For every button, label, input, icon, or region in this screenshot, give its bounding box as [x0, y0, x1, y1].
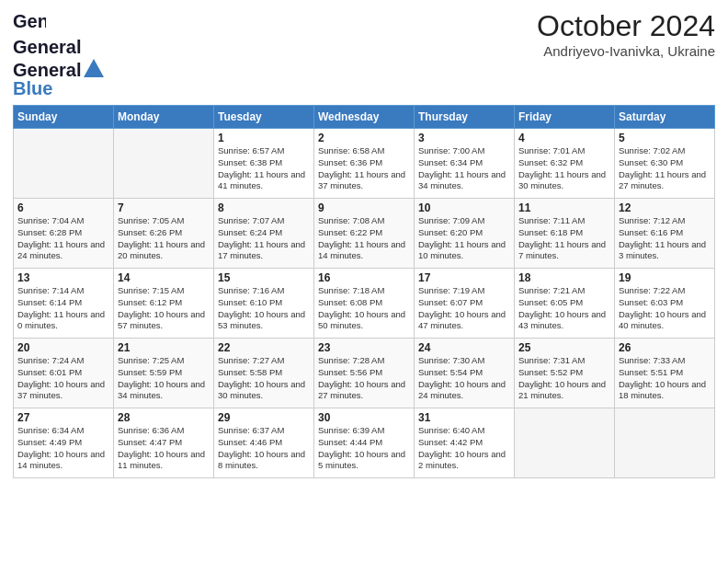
- calendar-cell: 7Sunrise: 7:05 AM Sunset: 6:26 PM Daylig…: [114, 199, 214, 269]
- calendar-cell: 21Sunrise: 7:25 AM Sunset: 5:59 PM Dayli…: [114, 339, 214, 408]
- day-number: 10: [418, 201, 510, 214]
- calendar-cell: 10Sunrise: 7:09 AM Sunset: 6:20 PM Dayli…: [415, 199, 515, 269]
- day-number: 22: [218, 341, 310, 354]
- day-number: 9: [318, 201, 410, 214]
- calendar-cell: 15Sunrise: 7:16 AM Sunset: 6:10 PM Dayli…: [214, 269, 314, 339]
- weekday-header-monday: Monday: [114, 106, 214, 129]
- day-info: Sunrise: 7:02 AM Sunset: 6:30 PM Dayligh…: [619, 145, 711, 192]
- day-number: 18: [518, 271, 610, 284]
- calendar-cell: 1Sunrise: 6:57 AM Sunset: 6:38 PM Daylig…: [214, 129, 314, 199]
- title-block: October 2024 Andriyevo-Ivanivka, Ukraine: [537, 9, 715, 59]
- day-info: Sunrise: 7:25 AM Sunset: 5:59 PM Dayligh…: [118, 355, 210, 402]
- day-info: Sunrise: 6:57 AM Sunset: 6:38 PM Dayligh…: [218, 145, 310, 192]
- day-info: Sunrise: 7:21 AM Sunset: 6:05 PM Dayligh…: [518, 285, 610, 332]
- calendar-week-3: 13Sunrise: 7:14 AM Sunset: 6:14 PM Dayli…: [14, 269, 715, 339]
- calendar-cell: [515, 408, 615, 478]
- calendar-cell: 24Sunrise: 7:30 AM Sunset: 5:54 PM Dayli…: [415, 339, 515, 408]
- calendar-cell: [14, 129, 114, 199]
- page-container: General General General Blue: [0, 0, 728, 488]
- day-info: Sunrise: 6:36 AM Sunset: 4:47 PM Dayligh…: [118, 425, 210, 472]
- calendar-cell: 17Sunrise: 7:19 AM Sunset: 6:07 PM Dayli…: [415, 269, 515, 339]
- location-title: Andriyevo-Ivanivka, Ukraine: [537, 43, 715, 59]
- day-info: Sunrise: 6:34 AM Sunset: 4:49 PM Dayligh…: [17, 425, 109, 472]
- day-number: 6: [17, 201, 109, 214]
- day-number: 23: [318, 341, 410, 354]
- weekday-header-wednesday: Wednesday: [314, 106, 415, 129]
- day-info: Sunrise: 7:18 AM Sunset: 6:08 PM Dayligh…: [318, 285, 410, 332]
- calendar-cell: 31Sunrise: 6:40 AM Sunset: 4:42 PM Dayli…: [415, 408, 515, 478]
- calendar-cell: 26Sunrise: 7:33 AM Sunset: 5:51 PM Dayli…: [615, 339, 715, 408]
- day-number: 21: [118, 341, 210, 354]
- day-number: 26: [619, 341, 711, 354]
- day-info: Sunrise: 7:30 AM Sunset: 5:54 PM Dayligh…: [418, 355, 510, 402]
- month-title: October 2024: [537, 9, 715, 43]
- day-number: 27: [17, 411, 109, 424]
- logo-svg: General: [13, 35, 86, 61]
- calendar-week-5: 27Sunrise: 6:34 AM Sunset: 4:49 PM Dayli…: [14, 408, 715, 478]
- day-number: 24: [418, 341, 510, 354]
- calendar-cell: 25Sunrise: 7:31 AM Sunset: 5:52 PM Dayli…: [515, 339, 615, 408]
- calendar-cell: 16Sunrise: 7:18 AM Sunset: 6:08 PM Dayli…: [314, 269, 415, 339]
- day-number: 13: [17, 271, 109, 284]
- day-number: 19: [619, 271, 711, 284]
- day-number: 30: [318, 411, 410, 424]
- day-info: Sunrise: 7:07 AM Sunset: 6:24 PM Dayligh…: [218, 215, 310, 262]
- day-info: Sunrise: 7:15 AM Sunset: 6:12 PM Dayligh…: [118, 285, 210, 332]
- day-info: Sunrise: 7:31 AM Sunset: 5:52 PM Dayligh…: [518, 355, 610, 402]
- day-number: 20: [17, 341, 109, 354]
- day-info: Sunrise: 7:27 AM Sunset: 5:58 PM Dayligh…: [218, 355, 310, 402]
- svg-text:General: General: [13, 11, 46, 31]
- day-number: 12: [619, 201, 711, 214]
- day-number: 15: [218, 271, 310, 284]
- day-info: Sunrise: 7:09 AM Sunset: 6:20 PM Dayligh…: [418, 215, 510, 262]
- day-number: 29: [218, 411, 310, 424]
- calendar-cell: 14Sunrise: 7:15 AM Sunset: 6:12 PM Dayli…: [114, 269, 214, 339]
- calendar-cell: 9Sunrise: 7:08 AM Sunset: 6:22 PM Daylig…: [314, 199, 415, 269]
- svg-marker-2: [84, 59, 104, 77]
- calendar-cell: 11Sunrise: 7:11 AM Sunset: 6:18 PM Dayli…: [515, 199, 615, 269]
- day-number: 17: [418, 271, 510, 284]
- calendar-cell: 6Sunrise: 7:04 AM Sunset: 6:28 PM Daylig…: [14, 199, 114, 269]
- calendar-cell: 12Sunrise: 7:12 AM Sunset: 6:16 PM Dayli…: [615, 199, 715, 269]
- day-info: Sunrise: 7:00 AM Sunset: 6:34 PM Dayligh…: [418, 145, 510, 192]
- day-number: 3: [418, 132, 510, 144]
- calendar-cell: 18Sunrise: 7:21 AM Sunset: 6:05 PM Dayli…: [515, 269, 615, 339]
- day-number: 25: [518, 341, 610, 354]
- day-info: Sunrise: 7:19 AM Sunset: 6:07 PM Dayligh…: [418, 285, 510, 332]
- calendar-table: SundayMondayTuesdayWednesdayThursdayFrid…: [13, 105, 715, 478]
- calendar-cell: 27Sunrise: 6:34 AM Sunset: 4:49 PM Dayli…: [14, 408, 114, 478]
- day-number: 4: [518, 132, 610, 144]
- day-info: Sunrise: 7:05 AM Sunset: 6:26 PM Dayligh…: [118, 215, 210, 262]
- calendar-cell: 5Sunrise: 7:02 AM Sunset: 6:30 PM Daylig…: [615, 129, 715, 199]
- day-number: 31: [418, 411, 510, 424]
- calendar-week-1: 1Sunrise: 6:57 AM Sunset: 6:38 PM Daylig…: [14, 129, 715, 199]
- header: General General General Blue: [13, 9, 715, 98]
- weekday-header-thursday: Thursday: [415, 106, 515, 129]
- weekday-header-saturday: Saturday: [615, 106, 715, 129]
- calendar-cell: 23Sunrise: 7:28 AM Sunset: 5:56 PM Dayli…: [314, 339, 415, 408]
- day-info: Sunrise: 7:11 AM Sunset: 6:18 PM Dayligh…: [518, 215, 610, 262]
- logo-icon: General: [13, 9, 46, 37]
- day-info: Sunrise: 6:39 AM Sunset: 4:44 PM Dayligh…: [318, 425, 410, 472]
- calendar-cell: [114, 129, 214, 199]
- calendar-cell: 29Sunrise: 6:37 AM Sunset: 4:46 PM Dayli…: [214, 408, 314, 478]
- day-number: 7: [118, 201, 210, 214]
- calendar-cell: 28Sunrise: 6:36 AM Sunset: 4:47 PM Dayli…: [114, 408, 214, 478]
- weekday-header-sunday: Sunday: [14, 106, 114, 129]
- day-number: 28: [118, 411, 210, 424]
- svg-text:General: General: [13, 37, 81, 57]
- day-number: 14: [118, 271, 210, 284]
- calendar-cell: 20Sunrise: 7:24 AM Sunset: 6:01 PM Dayli…: [14, 339, 114, 408]
- calendar-cell: 13Sunrise: 7:14 AM Sunset: 6:14 PM Dayli…: [14, 269, 114, 339]
- weekday-header-friday: Friday: [515, 106, 615, 129]
- calendar-cell: 8Sunrise: 7:07 AM Sunset: 6:24 PM Daylig…: [214, 199, 314, 269]
- calendar-cell: 3Sunrise: 7:00 AM Sunset: 6:34 PM Daylig…: [415, 129, 515, 199]
- day-info: Sunrise: 7:12 AM Sunset: 6:16 PM Dayligh…: [619, 215, 711, 262]
- calendar-cell: [615, 408, 715, 478]
- day-info: Sunrise: 6:37 AM Sunset: 4:46 PM Dayligh…: [218, 425, 310, 472]
- day-info: Sunrise: 6:40 AM Sunset: 4:42 PM Dayligh…: [418, 425, 510, 472]
- calendar-cell: 4Sunrise: 7:01 AM Sunset: 6:32 PM Daylig…: [515, 129, 615, 199]
- calendar-cell: 30Sunrise: 6:39 AM Sunset: 4:44 PM Dayli…: [314, 408, 415, 478]
- day-info: Sunrise: 7:22 AM Sunset: 6:03 PM Dayligh…: [619, 285, 711, 332]
- day-number: 1: [218, 132, 310, 144]
